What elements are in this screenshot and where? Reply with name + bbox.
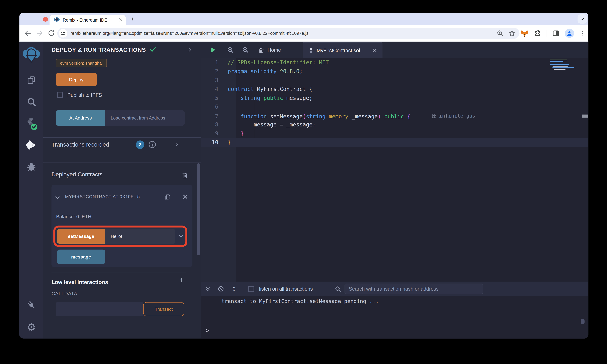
run-script-play-icon[interactable] [210, 47, 216, 53]
low-level-info-icon[interactable]: i [180, 277, 182, 284]
solidity-file-icon [308, 47, 314, 53]
solidity-compiler-icon[interactable] [19, 117, 43, 131]
back-icon[interactable] [24, 29, 32, 37]
listen-transactions-checkbox[interactable] [248, 286, 254, 292]
at-address-button[interactable]: At Address [56, 110, 105, 126]
terminal-log-line: transact to MyFirstContract.setMessage p… [221, 298, 379, 304]
new-tab-button[interactable]: + [129, 16, 136, 22]
settings-gear-icon[interactable]: ⚙ [19, 322, 43, 332]
collapse-terminal-icon[interactable] [205, 286, 211, 292]
tab-close-icon[interactable] [119, 18, 122, 22]
search-icon[interactable] [19, 97, 43, 107]
browser-titlebar: Remix - Ethereum IDE + [19, 13, 588, 25]
calldata-label: CALLDATA [52, 291, 77, 296]
browser-tab[interactable]: Remix - Ethereum IDE [50, 15, 126, 25]
side-panel-icon[interactable] [552, 29, 560, 37]
remix-favicon [54, 17, 60, 23]
code-editor[interactable]: 1// SPDX-License-Identifier: MIT2pragma … [201, 58, 588, 282]
terminal-search-icon [334, 285, 342, 292]
panel-scrollbar-thumb[interactable] [197, 163, 200, 255]
deploy-button[interactable]: Deploy [56, 73, 97, 86]
code-line[interactable]: 5 string public message; [201, 94, 588, 103]
editor-minimap[interactable] [550, 60, 579, 73]
set-message-dropdown-chevron-icon[interactable] [178, 233, 185, 239]
remix-logo[interactable] [19, 47, 43, 63]
forward-icon[interactable] [36, 29, 43, 37]
code-lines: 1// SPDX-License-Identifier: MIT2pragma … [201, 58, 588, 147]
code-line[interactable]: 6 [201, 103, 588, 111]
close-file-tab-icon[interactable] [372, 48, 378, 53]
transactions-expand-chevron-icon[interactable] [174, 142, 179, 147]
bookmark-star-icon[interactable] [508, 30, 516, 37]
file-tab-label: MyFirstContract.sol [317, 47, 360, 53]
remove-contract-close-icon[interactable] [182, 194, 188, 200]
publish-ipfs-checkbox[interactable] [57, 92, 63, 98]
remix-app: ⚙ DEPLOY & RUN TRANSACTIONS evm version:… [19, 42, 588, 338]
message-button[interactable]: message [57, 250, 105, 264]
zoom-page-icon[interactable] [497, 30, 503, 37]
code-line[interactable]: 3 [201, 76, 588, 85]
code-line[interactable]: 10} [201, 138, 588, 147]
terminal-toolbar: 0 listen on all transactions [201, 282, 588, 296]
contract-instance-label[interactable]: MYFIRSTCONTRACT AT 0X10F...5 [65, 194, 161, 199]
tab-search-button[interactable] [578, 14, 587, 24]
extensions-puzzle-icon[interactable] [534, 29, 541, 37]
plugin-manager-icon[interactable] [19, 299, 43, 311]
code-line[interactable]: 7 function setMessage(string memory _mes… [201, 111, 588, 120]
deploy-run-icon[interactable] [19, 139, 43, 151]
screenshot-stage: Remix - Ethereum IDE + [0, 0, 607, 364]
zoom-out-icon[interactable] [227, 47, 234, 54]
terminal-search-input[interactable] [344, 284, 483, 294]
metamask-extension-icon[interactable] [520, 29, 529, 37]
set-message-button[interactable]: setMessage [57, 229, 105, 244]
close-window-button[interactable] [43, 17, 48, 22]
editor-scrollbar-thumb[interactable] [582, 115, 588, 118]
publish-ipfs-label: Publish to IPFS [67, 92, 102, 98]
site-settings-icon[interactable] [59, 29, 67, 38]
transactions-count-badge: 2 [136, 141, 145, 149]
terminal-prompt: > [206, 327, 209, 334]
browser-toolbar: remix.ethereum.org/#lang=en&optimize=fal… [19, 25, 588, 42]
file-explorer-icon[interactable] [19, 75, 43, 85]
code-line[interactable]: 4contract MyFirstContract { [201, 85, 588, 94]
zoom-in-icon[interactable] [242, 47, 249, 54]
url-text[interactable]: remix.ethereum.org/#lang=en&optimize=fal… [70, 31, 497, 36]
code-line[interactable]: 8 message = _message; [201, 120, 588, 129]
browser-window: Remix - Ethereum IDE + [19, 13, 588, 338]
calldata-input[interactable] [56, 302, 143, 316]
tab-title: Remix - Ethereum IDE [63, 18, 107, 22]
compile-success-check-icon [149, 46, 156, 53]
editor-tabbar: Home MyFirstContract.sol [201, 42, 588, 58]
terminal-scrollbar-thumb[interactable] [581, 319, 584, 324]
copy-address-icon[interactable] [164, 193, 172, 202]
gas-estimate-annotation: infinite gas [432, 111, 475, 120]
home-tab-label: Home [267, 47, 281, 53]
panel-title-row: DEPLOY & RUN TRANSACTIONS [52, 46, 156, 53]
refresh-icon[interactable] [48, 29, 55, 37]
panel-expand-chevron-icon[interactable] [187, 47, 193, 53]
code-line[interactable]: 9 } [201, 129, 588, 138]
debugger-icon[interactable] [19, 161, 43, 172]
deploy-run-panel: DEPLOY & RUN TRANSACTIONS evm version: s… [43, 42, 201, 338]
tab-myfirstcontract[interactable]: MyFirstContract.sol [303, 42, 382, 58]
code-line[interactable]: 1// SPDX-License-Identifier: MIT [201, 58, 588, 67]
load-address-input[interactable] [105, 110, 185, 126]
set-message-input[interactable] [105, 229, 175, 244]
clear-contracts-trash-icon[interactable] [181, 171, 188, 180]
divider [43, 163, 201, 163]
clear-console-icon[interactable] [218, 286, 224, 292]
terminal[interactable]: transact to MyFirstContract.setMessage p… [201, 296, 588, 338]
contract-balance: Balance: 0. ETH [56, 214, 91, 220]
editor-region: Home MyFirstContract.sol 1// SPDX-Licens… [201, 42, 588, 338]
profile-avatar[interactable] [565, 29, 574, 38]
transactions-info-icon[interactable] [148, 141, 156, 149]
panel-title: DEPLOY & RUN TRANSACTIONS [52, 46, 146, 53]
home-icon [258, 47, 264, 53]
low-level-interactions-label: Low level interactions [52, 279, 108, 285]
browser-menu-icon[interactable] [579, 30, 585, 37]
contract-collapse-chevron-icon[interactable] [55, 195, 60, 200]
code-line[interactable]: 2pragma solidity ^0.8.0; [201, 67, 588, 76]
url-bar[interactable]: remix.ethereum.org/#lang=en&optimize=fal… [57, 28, 519, 39]
tab-home[interactable]: Home [258, 42, 281, 58]
transact-button[interactable]: Transact [143, 302, 184, 316]
